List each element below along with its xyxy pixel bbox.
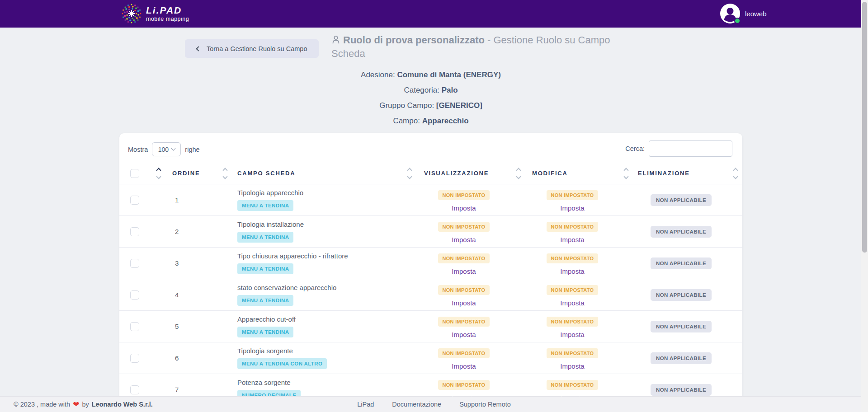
username: leoweb bbox=[745, 10, 767, 18]
modifica-imposta-link[interactable]: Imposta bbox=[560, 299, 584, 307]
visualizzazione-imposta-link[interactable]: Imposta bbox=[452, 236, 476, 243]
search-control: Cerca: bbox=[625, 140, 732, 157]
select-all-checkbox[interactable] bbox=[130, 169, 139, 178]
sort-eliminazione[interactable] bbox=[729, 169, 742, 178]
sort-select-column[interactable] bbox=[148, 169, 170, 178]
column-header-campo-scheda[interactable]: CAMPO SCHEDA bbox=[233, 170, 403, 177]
table-body: 1 Tipologia apparecchio MENU A TENDINA N… bbox=[119, 184, 742, 406]
show-label: Mostra bbox=[128, 146, 148, 153]
field-type-badge: MENU A TENDINA bbox=[237, 200, 293, 211]
row-checkbox[interactable] bbox=[130, 196, 139, 205]
field-type-badge: MENU A TENDINA bbox=[237, 232, 293, 243]
table-row: 5 Apparecchio cut-off MENU A TENDINA NON… bbox=[119, 311, 742, 342]
visualizzazione-status-badge: NON IMPOSTATO bbox=[438, 222, 490, 232]
visualizzazione-status-badge: NON IMPOSTATO bbox=[438, 253, 490, 263]
table-header-row: ORDINE CAMPO SCHEDA VISUALIZZAZIONE MODI… bbox=[119, 163, 742, 184]
footer-links: LiPad Documentazione Supporto Remoto bbox=[357, 401, 511, 408]
ordine-value: 2 bbox=[170, 216, 217, 247]
copyright: © 2023 , made with ❤ by Leonardo Web S.r… bbox=[14, 400, 153, 409]
scrollbar-track[interactable] bbox=[861, 0, 868, 412]
search-input[interactable] bbox=[649, 140, 732, 157]
table-row: 6 Tipologia sorgente MENU A TENDINA CON … bbox=[119, 342, 742, 374]
sort-ordine[interactable] bbox=[217, 169, 233, 178]
table-row: 2 Tipologia installazione MENU A TENDINA… bbox=[119, 216, 742, 248]
modifica-status-badge: NON IMPOSTATO bbox=[547, 317, 599, 327]
row-checkbox[interactable] bbox=[130, 259, 139, 268]
field-type-badge: MENU A TENDINA bbox=[237, 263, 293, 274]
role-person-icon bbox=[331, 35, 340, 44]
table-card: Mostra 100 righe Cerca: ORDINE CAMPO SCH… bbox=[119, 133, 742, 412]
row-checkbox[interactable] bbox=[130, 227, 139, 236]
campo-scheda-name: Apparecchio cut-off bbox=[237, 315, 403, 323]
footer-link-documentazione[interactable]: Documentazione bbox=[392, 401, 441, 408]
visualizzazione-status-badge: NON IMPOSTATO bbox=[438, 317, 490, 327]
meta-adesione: Adesione: Comune di Manta (ENERGY) bbox=[119, 70, 742, 80]
online-status-dot bbox=[734, 18, 741, 24]
lipad-logo-burst-icon bbox=[121, 3, 142, 24]
visualizzazione-status-badge: NON IMPOSTATO bbox=[438, 190, 490, 200]
table-row: 1 Tipologia apparecchio MENU A TENDINA N… bbox=[119, 184, 742, 216]
eliminazione-badge: NON APPLICABILE bbox=[651, 194, 712, 206]
campo-scheda-name: Potenza sorgente bbox=[237, 379, 403, 386]
page-size-select[interactable]: 100 bbox=[152, 142, 181, 156]
lipad-logo[interactable]: Li.PAD mobile mapping bbox=[121, 3, 189, 24]
row-checkbox[interactable] bbox=[130, 354, 139, 363]
user-menu[interactable]: leoweb bbox=[720, 4, 767, 23]
eliminazione-badge: NON APPLICABILE bbox=[651, 226, 712, 238]
back-button[interactable]: Torna a Gestione Ruolo su Campo bbox=[185, 39, 319, 58]
meta-campo: Campo: Apparecchio bbox=[119, 117, 742, 126]
column-header-eliminazione[interactable]: ELIMINAZIONE bbox=[633, 170, 729, 177]
ordine-value: 3 bbox=[170, 248, 217, 279]
modifica-status-badge: NON IMPOSTATO bbox=[547, 190, 599, 200]
modifica-imposta-link[interactable]: Imposta bbox=[560, 236, 584, 243]
chevron-down-icon bbox=[171, 146, 176, 151]
context-metadata: Adesione: Comune di Manta (ENERGY) Categ… bbox=[119, 70, 742, 132]
ordine-value: 4 bbox=[170, 279, 217, 310]
user-avatar[interactable] bbox=[720, 4, 740, 23]
visualizzazione-imposta-link[interactable]: Imposta bbox=[452, 204, 476, 212]
modifica-imposta-link[interactable]: Imposta bbox=[560, 267, 584, 275]
modifica-status-badge: NON IMPOSTATO bbox=[547, 380, 599, 390]
column-header-ordine[interactable]: ORDINE bbox=[170, 170, 217, 177]
copyright-text: © 2023 , made with bbox=[14, 401, 70, 408]
visualizzazione-imposta-link[interactable]: Imposta bbox=[452, 299, 476, 307]
meta-categoria: Categoria: Palo bbox=[119, 86, 742, 95]
table-row: 4 stato conservazione apparecchio MENU A… bbox=[119, 279, 742, 311]
rows-label: righe bbox=[185, 146, 199, 153]
sort-visualizzazione[interactable] bbox=[511, 169, 526, 178]
footer-link-supporto-remoto[interactable]: Supporto Remoto bbox=[459, 401, 511, 408]
company-name: Leonardo Web S.r.l. bbox=[92, 401, 153, 408]
chevron-left-icon bbox=[196, 46, 201, 51]
page-size-control: Mostra 100 righe bbox=[128, 142, 200, 156]
campo-scheda-name: Tipologia apparecchio bbox=[237, 189, 403, 197]
modifica-imposta-link[interactable]: Imposta bbox=[560, 362, 584, 370]
eliminazione-badge: NON APPLICABILE bbox=[651, 352, 712, 364]
role-name: Ruolo di prova personalizzato bbox=[343, 34, 485, 46]
modifica-imposta-link[interactable]: Imposta bbox=[560, 331, 584, 338]
logo-title: Li.PAD bbox=[146, 5, 189, 15]
meta-gruppo-campo: Gruppo Campo: [GENERICO] bbox=[119, 101, 742, 110]
eliminazione-badge: NON APPLICABILE bbox=[651, 384, 712, 396]
sort-campo-scheda[interactable] bbox=[403, 169, 416, 178]
visualizzazione-imposta-link[interactable]: Imposta bbox=[452, 267, 476, 275]
footer-link-lipad[interactable]: LiPad bbox=[357, 401, 374, 408]
field-type-badge: MENU A TENDINA bbox=[237, 295, 293, 306]
campo-scheda-name: Tipologia installazione bbox=[237, 220, 403, 228]
table-row: 3 Tipo chiusura apparecchio - rifrattore… bbox=[119, 248, 742, 279]
ordine-value: 6 bbox=[170, 342, 217, 374]
column-header-modifica[interactable]: MODIFICA bbox=[526, 170, 619, 177]
column-header-visualizzazione[interactable]: VISUALIZZAZIONE bbox=[416, 170, 511, 177]
row-checkbox[interactable] bbox=[130, 385, 139, 394]
row-checkbox[interactable] bbox=[130, 322, 139, 331]
search-label: Cerca: bbox=[625, 145, 645, 152]
visualizzazione-imposta-link[interactable]: Imposta bbox=[452, 362, 476, 370]
sort-modifica[interactable] bbox=[619, 169, 633, 178]
modifica-imposta-link[interactable]: Imposta bbox=[560, 204, 584, 212]
ordine-value: 5 bbox=[170, 311, 217, 342]
scrollbar-thumb[interactable] bbox=[862, 2, 867, 253]
field-type-badge: MENU A TENDINA CON ALTRO bbox=[237, 358, 327, 369]
logo-subtitle: mobile mapping bbox=[146, 16, 189, 22]
visualizzazione-imposta-link[interactable]: Imposta bbox=[452, 331, 476, 338]
page-size-value: 100 bbox=[158, 146, 169, 153]
row-checkbox[interactable] bbox=[130, 290, 139, 300]
